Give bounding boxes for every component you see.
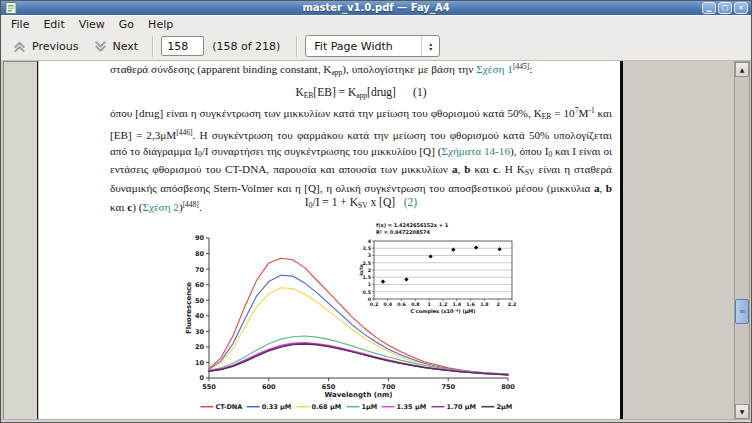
scroll-down-button[interactable]: ▼ xyxy=(735,404,749,419)
svg-text:1.70 μM: 1.70 μM xyxy=(447,403,477,411)
svg-text:750: 750 xyxy=(441,383,455,391)
svg-text:1: 1 xyxy=(428,302,431,307)
svg-text:1: 1 xyxy=(368,282,371,287)
body-text-line: σταθερά σύνδεσης (apparent binding const… xyxy=(110,62,612,77)
svg-text:0.2: 0.2 xyxy=(370,302,379,307)
previous-label: Previous xyxy=(32,40,79,53)
previous-page-button[interactable]: Previous xyxy=(5,33,86,59)
svg-text:Wavelength (nm): Wavelength (nm) xyxy=(324,391,392,399)
svg-text:1.8: 1.8 xyxy=(480,302,489,307)
svg-text:1.35 μM: 1.35 μM xyxy=(397,403,427,411)
menu-view[interactable]: View xyxy=(72,16,112,33)
svg-text:2: 2 xyxy=(368,268,371,273)
svg-text:0.8: 0.8 xyxy=(411,302,420,307)
svg-text:800: 800 xyxy=(501,383,515,391)
left-margin-strip xyxy=(3,61,38,420)
svg-text:CT-DNA: CT-DNA xyxy=(216,403,243,411)
svg-text:0.5: 0.5 xyxy=(363,290,372,295)
svg-text:70: 70 xyxy=(195,266,205,274)
combo-spinner-icon[interactable]: ▴▾ xyxy=(421,36,439,56)
svg-text:90: 90 xyxy=(195,234,205,242)
scrollbar-thumb[interactable]: ≡ xyxy=(735,299,749,324)
svg-text:10: 10 xyxy=(195,359,205,367)
zoom-mode-select[interactable]: Fit Page Width ▴▾ xyxy=(305,35,440,57)
menubar: File Edit View Go Help xyxy=(1,15,751,32)
fluorescence-spectra-chart: 5506006507007508000102030405060708090Wav… xyxy=(182,216,522,416)
page-count-label: (158 of 218) xyxy=(212,40,280,53)
equation-1: KEB[EB] = Kapp[drug] (1) xyxy=(110,86,612,100)
page-number-input[interactable] xyxy=(161,36,204,56)
pdf-link[interactable]: Σχήματα 14-16 xyxy=(441,145,510,157)
svg-text:30: 30 xyxy=(195,328,205,336)
svg-text:2.2: 2.2 xyxy=(508,302,517,307)
svg-text:2: 2 xyxy=(497,302,500,307)
vertical-scrollbar[interactable]: ▲ ≡ ▼ xyxy=(734,61,750,420)
pdf-link[interactable]: Σχέση 1 xyxy=(476,63,513,75)
menu-edit[interactable]: Edit xyxy=(36,16,71,33)
svg-text:4: 4 xyxy=(368,239,372,244)
svg-text:550: 550 xyxy=(202,383,216,391)
svg-text:50: 50 xyxy=(195,297,205,305)
svg-text:0.68 μM: 0.68 μM xyxy=(312,403,342,411)
svg-text:0.6: 0.6 xyxy=(397,302,406,307)
svg-text:1μM: 1μM xyxy=(362,403,378,411)
svg-text:80: 80 xyxy=(195,250,205,258)
svg-text:Io/Ix: Io/Ix xyxy=(359,263,364,276)
pdf-link[interactable]: (2) xyxy=(404,196,417,208)
menu-go[interactable]: Go xyxy=(112,16,141,33)
app-icon xyxy=(5,2,17,14)
pdf-page: σταθερά σύνδεσης (apparent binding const… xyxy=(39,61,623,422)
svg-text:1.6: 1.6 xyxy=(466,302,475,307)
svg-text:0: 0 xyxy=(199,374,204,382)
zoom-mode-value: Fit Page Width xyxy=(306,40,421,53)
svg-text:3.5: 3.5 xyxy=(363,246,372,251)
svg-text:Fluorescence: Fluorescence xyxy=(185,282,193,334)
window-bottom-edge xyxy=(1,419,751,422)
svg-text:f(x) = 1.4242656152x + 1: f(x) = 1.4242656152x + 1 xyxy=(376,222,449,228)
svg-text:600: 600 xyxy=(262,383,276,391)
svg-text:0.33 μM: 0.33 μM xyxy=(262,403,292,411)
svg-text:1.4: 1.4 xyxy=(453,302,462,307)
svg-text:1.2: 1.2 xyxy=(439,302,448,307)
svg-text:C complex (x10⁻⁶) (μM): C complex (x10⁻⁶) (μM) xyxy=(410,308,475,315)
menu-help[interactable]: Help xyxy=(141,16,180,33)
toolbar: Previous Next (158 of 218) Fit Page Widt… xyxy=(1,32,751,61)
document-view: σταθερά σύνδεσης (apparent binding const… xyxy=(1,61,751,422)
svg-text:700: 700 xyxy=(382,383,396,391)
chevrons-up-icon xyxy=(12,39,27,54)
next-label: Next xyxy=(113,40,139,53)
next-page-button[interactable]: Next xyxy=(86,33,146,59)
svg-text:2μM: 2μM xyxy=(496,403,512,411)
toolbar-separator xyxy=(296,36,298,57)
equation-2: I0/I = 1 + KSV x [Q] (2) xyxy=(110,196,612,210)
svg-text:R² = 0.9472208574: R² = 0.9472208574 xyxy=(376,229,430,235)
titlebar[interactable]: master_v1.0.pdf — Fay_A4 ▁ □ ✕ xyxy=(1,1,751,15)
menu-file[interactable]: File xyxy=(4,16,36,33)
svg-text:3: 3 xyxy=(368,253,371,258)
scroll-up-button[interactable]: ▲ xyxy=(735,62,749,77)
window-title: master_v1.0.pdf — Fay_A4 xyxy=(1,1,751,15)
svg-text:40: 40 xyxy=(195,312,205,320)
svg-text:20: 20 xyxy=(195,343,205,351)
pdf-viewer-window: master_v1.0.pdf — Fay_A4 ▁ □ ✕ File Edit… xyxy=(0,0,752,423)
svg-text:650: 650 xyxy=(322,383,336,391)
svg-text:60: 60 xyxy=(195,281,205,289)
svg-text:0.4: 0.4 xyxy=(384,302,393,307)
toolbar-separator xyxy=(152,36,154,57)
chevrons-down-icon xyxy=(93,39,108,54)
close-button[interactable]: ✕ xyxy=(734,2,748,14)
maximize-button[interactable]: □ xyxy=(718,2,732,14)
minimize-button[interactable]: ▁ xyxy=(702,2,716,14)
